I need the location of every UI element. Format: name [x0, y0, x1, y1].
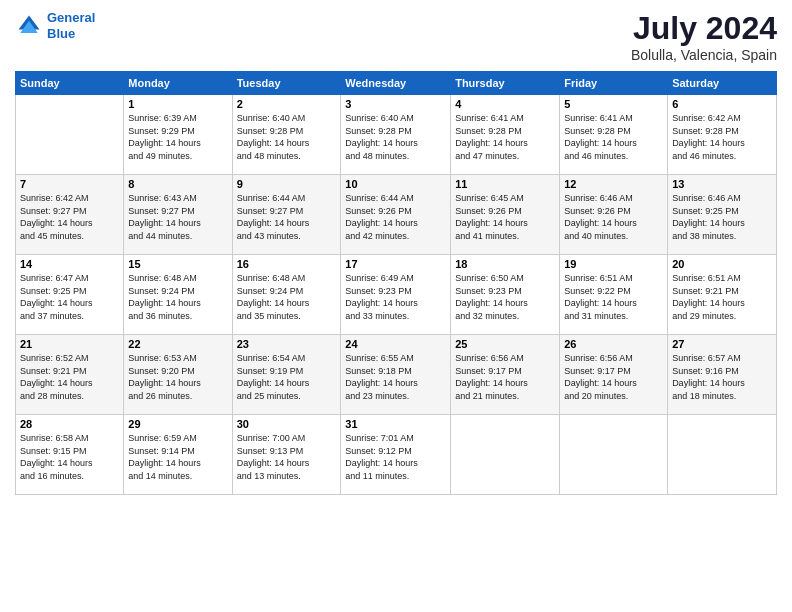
calendar-cell: 22Sunrise: 6:53 AM Sunset: 9:20 PM Dayli… [124, 335, 232, 415]
header: General Blue July 2024 Bolulla, Valencia… [15, 10, 777, 63]
col-saturday: Saturday [668, 72, 777, 95]
day-info: Sunrise: 6:43 AM Sunset: 9:27 PM Dayligh… [128, 192, 227, 242]
day-number: 3 [345, 98, 446, 110]
calendar-week-2: 14Sunrise: 6:47 AM Sunset: 9:25 PM Dayli… [16, 255, 777, 335]
day-number: 31 [345, 418, 446, 430]
day-number: 26 [564, 338, 663, 350]
day-number: 20 [672, 258, 772, 270]
day-info: Sunrise: 6:42 AM Sunset: 9:28 PM Dayligh… [672, 112, 772, 162]
calendar-cell: 29Sunrise: 6:59 AM Sunset: 9:14 PM Dayli… [124, 415, 232, 495]
header-row: Sunday Monday Tuesday Wednesday Thursday… [16, 72, 777, 95]
main-title: July 2024 [631, 10, 777, 47]
day-info: Sunrise: 6:58 AM Sunset: 9:15 PM Dayligh… [20, 432, 119, 482]
calendar-cell: 31Sunrise: 7:01 AM Sunset: 9:12 PM Dayli… [341, 415, 451, 495]
calendar-cell: 6Sunrise: 6:42 AM Sunset: 9:28 PM Daylig… [668, 95, 777, 175]
day-number: 9 [237, 178, 337, 190]
day-number: 13 [672, 178, 772, 190]
calendar-cell: 8Sunrise: 6:43 AM Sunset: 9:27 PM Daylig… [124, 175, 232, 255]
calendar-cell: 16Sunrise: 6:48 AM Sunset: 9:24 PM Dayli… [232, 255, 341, 335]
calendar-cell: 18Sunrise: 6:50 AM Sunset: 9:23 PM Dayli… [451, 255, 560, 335]
day-info: Sunrise: 6:56 AM Sunset: 9:17 PM Dayligh… [455, 352, 555, 402]
day-number: 1 [128, 98, 227, 110]
day-info: Sunrise: 6:39 AM Sunset: 9:29 PM Dayligh… [128, 112, 227, 162]
calendar-cell: 23Sunrise: 6:54 AM Sunset: 9:19 PM Dayli… [232, 335, 341, 415]
calendar-cell: 26Sunrise: 6:56 AM Sunset: 9:17 PM Dayli… [560, 335, 668, 415]
day-number: 10 [345, 178, 446, 190]
day-info: Sunrise: 6:49 AM Sunset: 9:23 PM Dayligh… [345, 272, 446, 322]
col-thursday: Thursday [451, 72, 560, 95]
day-number: 25 [455, 338, 555, 350]
calendar-cell [451, 415, 560, 495]
logo-text: General Blue [47, 10, 95, 41]
day-info: Sunrise: 6:41 AM Sunset: 9:28 PM Dayligh… [455, 112, 555, 162]
day-info: Sunrise: 6:47 AM Sunset: 9:25 PM Dayligh… [20, 272, 119, 322]
day-info: Sunrise: 6:40 AM Sunset: 9:28 PM Dayligh… [345, 112, 446, 162]
day-number: 16 [237, 258, 337, 270]
calendar-cell: 2Sunrise: 6:40 AM Sunset: 9:28 PM Daylig… [232, 95, 341, 175]
calendar-week-1: 7Sunrise: 6:42 AM Sunset: 9:27 PM Daylig… [16, 175, 777, 255]
day-info: Sunrise: 6:52 AM Sunset: 9:21 PM Dayligh… [20, 352, 119, 402]
calendar-cell: 4Sunrise: 6:41 AM Sunset: 9:28 PM Daylig… [451, 95, 560, 175]
logo-line1: General [47, 10, 95, 25]
day-number: 29 [128, 418, 227, 430]
day-info: Sunrise: 7:01 AM Sunset: 9:12 PM Dayligh… [345, 432, 446, 482]
day-info: Sunrise: 6:55 AM Sunset: 9:18 PM Dayligh… [345, 352, 446, 402]
calendar-cell: 12Sunrise: 6:46 AM Sunset: 9:26 PM Dayli… [560, 175, 668, 255]
day-number: 7 [20, 178, 119, 190]
calendar-cell: 30Sunrise: 7:00 AM Sunset: 9:13 PM Dayli… [232, 415, 341, 495]
logo-line2: Blue [47, 26, 75, 41]
day-info: Sunrise: 6:42 AM Sunset: 9:27 PM Dayligh… [20, 192, 119, 242]
day-number: 8 [128, 178, 227, 190]
title-block: July 2024 Bolulla, Valencia, Spain [631, 10, 777, 63]
calendar-cell: 28Sunrise: 6:58 AM Sunset: 9:15 PM Dayli… [16, 415, 124, 495]
day-number: 2 [237, 98, 337, 110]
day-info: Sunrise: 6:48 AM Sunset: 9:24 PM Dayligh… [237, 272, 337, 322]
day-info: Sunrise: 6:40 AM Sunset: 9:28 PM Dayligh… [237, 112, 337, 162]
calendar-cell: 17Sunrise: 6:49 AM Sunset: 9:23 PM Dayli… [341, 255, 451, 335]
day-number: 23 [237, 338, 337, 350]
day-number: 11 [455, 178, 555, 190]
col-monday: Monday [124, 72, 232, 95]
day-info: Sunrise: 6:48 AM Sunset: 9:24 PM Dayligh… [128, 272, 227, 322]
day-number: 15 [128, 258, 227, 270]
col-friday: Friday [560, 72, 668, 95]
day-info: Sunrise: 6:56 AM Sunset: 9:17 PM Dayligh… [564, 352, 663, 402]
day-info: Sunrise: 6:51 AM Sunset: 9:21 PM Dayligh… [672, 272, 772, 322]
day-number: 21 [20, 338, 119, 350]
day-number: 17 [345, 258, 446, 270]
day-number: 27 [672, 338, 772, 350]
day-info: Sunrise: 7:00 AM Sunset: 9:13 PM Dayligh… [237, 432, 337, 482]
calendar-cell [560, 415, 668, 495]
calendar-cell: 14Sunrise: 6:47 AM Sunset: 9:25 PM Dayli… [16, 255, 124, 335]
page: General Blue July 2024 Bolulla, Valencia… [0, 0, 792, 612]
calendar-week-3: 21Sunrise: 6:52 AM Sunset: 9:21 PM Dayli… [16, 335, 777, 415]
calendar-cell: 27Sunrise: 6:57 AM Sunset: 9:16 PM Dayli… [668, 335, 777, 415]
calendar-cell: 5Sunrise: 6:41 AM Sunset: 9:28 PM Daylig… [560, 95, 668, 175]
logo: General Blue [15, 10, 95, 41]
calendar-cell: 15Sunrise: 6:48 AM Sunset: 9:24 PM Dayli… [124, 255, 232, 335]
day-number: 4 [455, 98, 555, 110]
day-info: Sunrise: 6:44 AM Sunset: 9:27 PM Dayligh… [237, 192, 337, 242]
day-info: Sunrise: 6:46 AM Sunset: 9:25 PM Dayligh… [672, 192, 772, 242]
calendar-table: Sunday Monday Tuesday Wednesday Thursday… [15, 71, 777, 495]
calendar-cell: 3Sunrise: 6:40 AM Sunset: 9:28 PM Daylig… [341, 95, 451, 175]
day-number: 24 [345, 338, 446, 350]
day-number: 6 [672, 98, 772, 110]
calendar-week-0: 1Sunrise: 6:39 AM Sunset: 9:29 PM Daylig… [16, 95, 777, 175]
day-info: Sunrise: 6:57 AM Sunset: 9:16 PM Dayligh… [672, 352, 772, 402]
day-info: Sunrise: 6:53 AM Sunset: 9:20 PM Dayligh… [128, 352, 227, 402]
calendar-cell: 9Sunrise: 6:44 AM Sunset: 9:27 PM Daylig… [232, 175, 341, 255]
day-number: 14 [20, 258, 119, 270]
day-info: Sunrise: 6:41 AM Sunset: 9:28 PM Dayligh… [564, 112, 663, 162]
col-tuesday: Tuesday [232, 72, 341, 95]
day-info: Sunrise: 6:45 AM Sunset: 9:26 PM Dayligh… [455, 192, 555, 242]
calendar-cell: 13Sunrise: 6:46 AM Sunset: 9:25 PM Dayli… [668, 175, 777, 255]
day-info: Sunrise: 6:46 AM Sunset: 9:26 PM Dayligh… [564, 192, 663, 242]
calendar-cell: 11Sunrise: 6:45 AM Sunset: 9:26 PM Dayli… [451, 175, 560, 255]
col-wednesday: Wednesday [341, 72, 451, 95]
day-number: 19 [564, 258, 663, 270]
day-info: Sunrise: 6:59 AM Sunset: 9:14 PM Dayligh… [128, 432, 227, 482]
calendar-cell: 7Sunrise: 6:42 AM Sunset: 9:27 PM Daylig… [16, 175, 124, 255]
calendar-cell [668, 415, 777, 495]
calendar-cell: 19Sunrise: 6:51 AM Sunset: 9:22 PM Dayli… [560, 255, 668, 335]
